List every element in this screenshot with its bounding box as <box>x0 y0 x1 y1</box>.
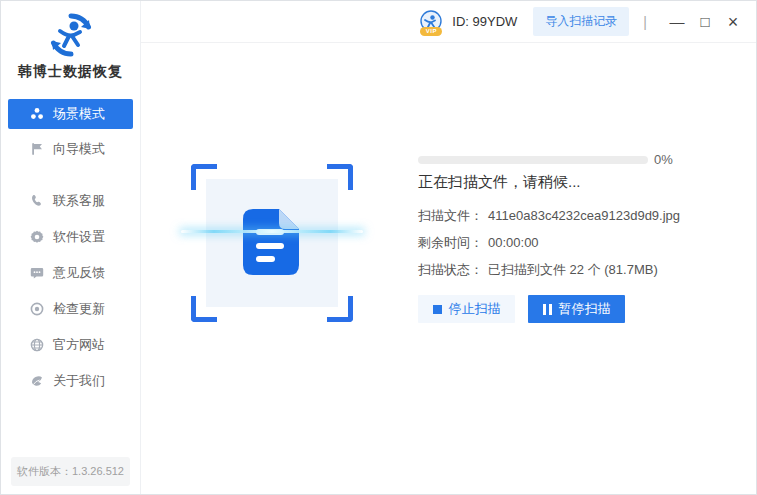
scenes-icon <box>30 107 44 121</box>
sidebar-item-label: 软件设置 <box>53 228 105 246</box>
pause-scan-button[interactable]: 暂停扫描 <box>528 295 625 323</box>
scan-file-row: 扫描文件：411e0a83c4232cea9123d9d9.jpg <box>418 207 680 225</box>
progress-bar <box>418 156 648 164</box>
remaining-time-label: 剩余时间： <box>418 235 483 250</box>
scan-corner-bracket <box>191 296 217 322</box>
sidebar-item-label: 官方网站 <box>53 336 105 354</box>
document-file-icon <box>243 209 299 275</box>
remaining-time-value: 00:00:00 <box>488 235 539 250</box>
progress-percent: 0% <box>654 152 673 167</box>
sidebar-item-contact-support[interactable]: 联系客服 <box>1 183 140 219</box>
sidebar-item-scene-mode[interactable]: 场景模式 <box>8 99 133 129</box>
sidebar-item-settings[interactable]: 软件设置 <box>1 219 140 255</box>
scan-file-value: 411e0a83c4232cea9123d9d9.jpg <box>488 208 680 223</box>
vip-label: VIP <box>420 27 442 36</box>
sidebar-item-official-website[interactable]: 官方网站 <box>1 327 140 363</box>
software-version: 软件版本：1.3.26.512 <box>11 457 130 486</box>
scan-corner-bracket <box>327 164 353 190</box>
about-icon <box>30 374 44 388</box>
scan-state-row: 扫描状态：已扫描到文件 22 个 (81.7MB) <box>418 261 658 279</box>
sidebar-item-label: 场景模式 <box>53 105 105 123</box>
scan-corner-bracket <box>327 296 353 322</box>
header-divider: | <box>643 14 647 30</box>
user-id-label: ID: 99YDW <box>452 14 517 29</box>
scan-corner-bracket <box>191 164 217 190</box>
progress-bar-row: 0% <box>418 152 673 167</box>
vip-badge-icon: VIP <box>418 9 444 35</box>
app-logo-icon <box>45 9 97 61</box>
flag-icon <box>30 142 44 156</box>
stop-scan-label: 停止扫描 <box>449 300 501 318</box>
sidebar-item-wizard-mode[interactable]: 向导模式 <box>1 131 140 167</box>
feedback-icon <box>30 266 44 280</box>
sidebar-item-label: 联系客服 <box>53 192 105 210</box>
gear-icon <box>30 230 44 244</box>
sidebar-item-label: 向导模式 <box>53 140 105 158</box>
app-name: 韩博士数据恢复 <box>1 63 140 81</box>
scan-animation-area <box>191 164 353 322</box>
sidebar-item-label: 关于我们 <box>53 372 105 390</box>
phone-icon <box>30 194 44 208</box>
remaining-time-row: 剩余时间：00:00:00 <box>418 234 539 252</box>
app-window: 韩博士数据恢复 场景模式 <box>0 0 757 495</box>
stop-icon <box>433 305 442 314</box>
scan-line <box>181 230 363 233</box>
scan-status-title: 正在扫描文件，请稍候... <box>418 173 581 192</box>
close-button[interactable]: × <box>723 10 743 34</box>
globe-icon <box>30 338 44 352</box>
scan-state-value: 已扫描到文件 22 个 (81.7MB) <box>488 262 658 277</box>
maximize-button[interactable]: □ <box>695 10 715 34</box>
title-bar: VIP ID: 99YDW 导入扫描记录 | — □ × <box>141 1 757 43</box>
pause-scan-label: 暂停扫描 <box>559 300 611 318</box>
pause-icon <box>543 304 552 315</box>
minimize-button[interactable]: — <box>667 10 687 34</box>
sidebar: 韩博士数据恢复 场景模式 <box>1 1 141 494</box>
stop-scan-button[interactable]: 停止扫描 <box>418 295 515 323</box>
sidebar-item-label: 意见反馈 <box>53 264 105 282</box>
sidebar-item-about-us[interactable]: 关于我们 <box>1 363 140 399</box>
import-scan-records-button[interactable]: 导入扫描记录 <box>533 7 629 36</box>
update-icon <box>30 302 44 316</box>
sidebar-item-check-updates[interactable]: 检查更新 <box>1 291 140 327</box>
scan-file-label: 扫描文件： <box>418 208 483 223</box>
sidebar-item-label: 检查更新 <box>53 300 105 318</box>
scan-state-label: 扫描状态： <box>418 262 483 277</box>
sidebar-item-feedback[interactable]: 意见反馈 <box>1 255 140 291</box>
